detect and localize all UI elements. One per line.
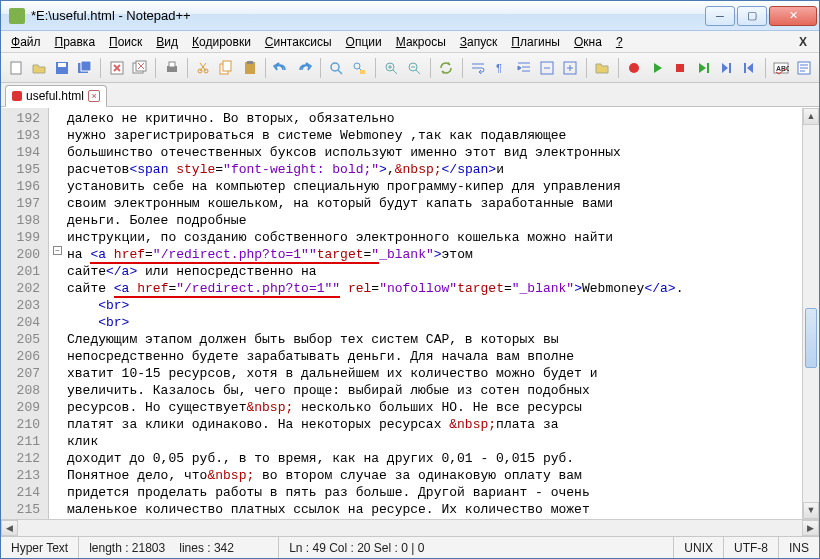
play-button[interactable]	[647, 57, 668, 79]
horizontal-scrollbar[interactable]: ◀ ▶	[1, 519, 819, 536]
close-button[interactable]: ✕	[769, 6, 817, 26]
status-encoding: UTF-8	[724, 537, 779, 558]
save-all-button[interactable]	[74, 57, 95, 79]
scrollbar-thumb[interactable]	[805, 308, 817, 368]
undo-button[interactable]	[271, 57, 292, 79]
code-line[interactable]: <br>	[67, 314, 819, 331]
status-lines: lines : 342	[179, 541, 234, 555]
abc-icon: ABC	[773, 60, 789, 76]
code-line[interactable]: сайте <a href="/redirect.php?to=1"" rel=…	[67, 280, 819, 297]
code-line[interactable]: хватит 10-15 ресурсов, хотя в дальнейшем…	[67, 365, 819, 382]
code-line[interactable]: большинство отечественных буксов использ…	[67, 144, 819, 161]
cut-button[interactable]	[193, 57, 214, 79]
file-tab[interactable]: useful.html ×	[5, 85, 107, 107]
play1-button[interactable]	[693, 57, 714, 79]
code-line[interactable]: маленькое количество платных ссылок на р…	[67, 501, 819, 518]
menu-кодировки[interactable]: Кодировки	[186, 33, 257, 51]
code-line[interactable]: своим электронным кошельком, на который …	[67, 195, 819, 212]
svg-point-24	[629, 63, 639, 73]
svg-rect-15	[247, 61, 253, 64]
menu-запуск[interactable]: Запуск	[454, 33, 504, 51]
scroll-left-arrow-icon[interactable]: ◀	[1, 520, 18, 536]
indent-button[interactable]	[514, 57, 535, 79]
code-line[interactable]: нужно зарегистрироваться в системе Webmo…	[67, 127, 819, 144]
menu-вид[interactable]: Вид	[150, 33, 184, 51]
replace-button[interactable]	[349, 57, 370, 79]
close-all-button[interactable]	[129, 57, 150, 79]
sync-button[interactable]	[436, 57, 457, 79]
code-view[interactable]: далеко не критично. Во вторых, обязатель…	[49, 108, 819, 519]
next-icon	[718, 60, 734, 76]
menu-правка[interactable]: Правка	[49, 33, 102, 51]
abc-button[interactable]: ABC	[771, 57, 792, 79]
titlebar[interactable]: *E:\useful.html - Notepad++ ─ ▢ ✕	[1, 1, 819, 31]
folder-button[interactable]	[592, 57, 613, 79]
redo-button[interactable]	[294, 57, 315, 79]
status-position: Ln : 49 Col : 20 Sel : 0 | 0	[279, 537, 674, 558]
open-button[interactable]	[28, 57, 49, 79]
all-chars-button[interactable]: ¶	[491, 57, 512, 79]
menu-опции[interactable]: Опции	[340, 33, 388, 51]
code-line[interactable]: Следующим этапом должен быть выбор тех с…	[67, 331, 819, 348]
zoom-out-icon	[406, 60, 422, 76]
vertical-scrollbar[interactable]: ▲ ▼	[802, 108, 819, 519]
menu-синтаксисы[interactable]: Синтаксисы	[259, 33, 338, 51]
menu-окна[interactable]: Окна	[568, 33, 608, 51]
zoom-out-button[interactable]	[404, 57, 425, 79]
redo-icon	[296, 60, 312, 76]
print-button[interactable]	[161, 57, 182, 79]
scroll-up-arrow-icon[interactable]: ▲	[803, 108, 819, 125]
code-line[interactable]: расчетов<span style="font-weight: bold;"…	[67, 161, 819, 178]
tab-label: useful.html	[26, 89, 84, 103]
menu-?[interactable]: ?	[610, 33, 629, 51]
close-button[interactable]	[106, 57, 127, 79]
unfold-icon	[562, 60, 578, 76]
undo-icon	[273, 60, 289, 76]
code-line[interactable]: на <a href="/redirect.php?to=1""target="…	[67, 246, 819, 263]
code-line[interactable]: инструкции, по созданию собственного эле…	[67, 229, 819, 246]
wrap-button[interactable]	[468, 57, 489, 79]
maximize-button[interactable]: ▢	[737, 6, 767, 26]
code-line[interactable]: Понятное дело, что&nbsp; во втором случа…	[67, 467, 819, 484]
new-button[interactable]	[5, 57, 26, 79]
code-line[interactable]: <br>	[67, 297, 819, 314]
code-line[interactable]: установить себе на компьютер специальную…	[67, 178, 819, 195]
code-line[interactable]: ресурсов. Но существует&nbsp; несколько …	[67, 399, 819, 416]
scroll-down-arrow-icon[interactable]: ▼	[803, 502, 819, 519]
toolbar-separator	[100, 58, 101, 78]
menu-файл[interactable]: Файл	[5, 33, 47, 51]
code-line[interactable]: непосредственно будете зарабатывать день…	[67, 348, 819, 365]
code-line[interactable]: клик	[67, 433, 819, 450]
code-line[interactable]: платят за клики одинаково. На некоторых …	[67, 416, 819, 433]
menubar-close-icon[interactable]: X	[791, 35, 815, 49]
unfold-button[interactable]	[560, 57, 581, 79]
copy-button[interactable]	[216, 57, 237, 79]
toolbar-separator	[765, 58, 766, 78]
fold-icon	[539, 60, 555, 76]
fold-button[interactable]	[537, 57, 558, 79]
code-line[interactable]: деньги. Более подробные	[67, 212, 819, 229]
stop-button[interactable]	[670, 57, 691, 79]
zoom-in-button[interactable]	[381, 57, 402, 79]
menu-макросы[interactable]: Макросы	[390, 33, 452, 51]
svg-rect-9	[169, 62, 175, 67]
code-line[interactable]: сайте</a> или непосредственно на	[67, 263, 819, 280]
record-button[interactable]	[624, 57, 645, 79]
code-line[interactable]: увеличить. Казалось бы, чего проще: выби…	[67, 382, 819, 399]
code-line[interactable]: придется проделать работы в пять раз бол…	[67, 484, 819, 501]
next-button[interactable]	[716, 57, 737, 79]
dict-button[interactable]	[794, 57, 815, 79]
tab-close-icon[interactable]: ×	[88, 90, 100, 102]
menu-плагины[interactable]: Плагины	[505, 33, 566, 51]
code-line[interactable]: доходит до 0,05 руб., в то время, как на…	[67, 450, 819, 467]
minimize-button[interactable]: ─	[705, 6, 735, 26]
paste-button[interactable]	[239, 57, 260, 79]
tab-bar: useful.html ×	[1, 83, 819, 107]
menu-поиск[interactable]: Поиск	[103, 33, 148, 51]
svg-point-16	[331, 63, 339, 71]
find-button[interactable]	[326, 57, 347, 79]
prev-button[interactable]	[739, 57, 760, 79]
scroll-right-arrow-icon[interactable]: ▶	[802, 520, 819, 536]
save-button[interactable]	[51, 57, 72, 79]
code-line[interactable]: далеко не критично. Во вторых, обязатель…	[67, 110, 819, 127]
